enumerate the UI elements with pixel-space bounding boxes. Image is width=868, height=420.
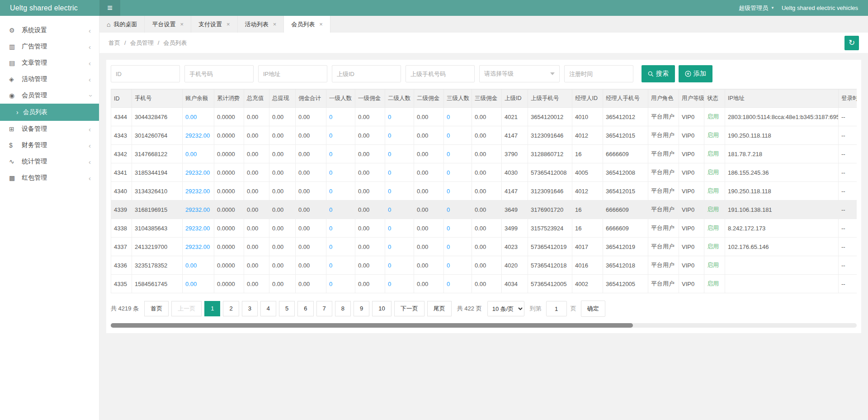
sidebar-item-article[interactable]: ▤文章管理‹ [0, 55, 99, 71]
close-icon[interactable]: × [180, 21, 184, 27]
tab-item[interactable]: 会员列表× [284, 16, 330, 33]
page-button[interactable]: 8 [335, 301, 351, 316]
sidebar-item-activity[interactable]: ◈活动管理‹ [0, 71, 99, 87]
page-button[interactable]: 10 [372, 301, 391, 316]
cell-link[interactable]: 0 [329, 114, 332, 120]
cell-link[interactable]: 0 [329, 132, 332, 139]
cell-link[interactable]: 29232.00 [185, 188, 210, 195]
cell-link[interactable]: 0 [447, 206, 450, 213]
level-select[interactable]: 请选择等级 [479, 65, 560, 82]
cell-link[interactable]: 0.00 [185, 151, 197, 158]
status-badge[interactable]: 启用 [707, 150, 719, 157]
status-badge[interactable]: 启用 [707, 113, 719, 120]
page-button[interactable]: 6 [297, 301, 313, 316]
cell-link[interactable]: 0.00 [185, 114, 197, 120]
status-badge[interactable]: 启用 [707, 169, 719, 176]
page-button[interactable]: 5 [279, 301, 295, 316]
cell-link[interactable]: 0 [447, 225, 450, 232]
cell-link[interactable]: 0 [447, 151, 450, 158]
page-button[interactable]: 7 [316, 301, 332, 316]
cell-link[interactable]: 0 [447, 281, 450, 287]
cell-link[interactable]: 0 [388, 188, 391, 195]
tab-item[interactable]: 支付设置× [191, 16, 238, 33]
sidebar-item-ad[interactable]: ▥广告管理‹ [0, 38, 99, 55]
sidebar-item-gear[interactable]: ⚙系统设置‹ [0, 22, 99, 38]
sidebar-item-member[interactable]: ◉会员管理‹ [0, 87, 99, 104]
breadcrumb-item[interactable]: 会员管理 [130, 39, 154, 46]
page-button[interactable]: 2 [223, 301, 239, 316]
cell-link[interactable]: 29232.00 [185, 225, 210, 232]
last-page-button[interactable]: 尾页 [427, 301, 452, 316]
page-button[interactable]: 9 [354, 301, 369, 316]
filter-input[interactable] [111, 65, 180, 82]
page-button[interactable]: 1 [204, 301, 220, 316]
cell-link[interactable]: 0 [447, 132, 450, 139]
cell-link[interactable]: 0 [388, 243, 391, 250]
tab-item[interactable]: 平台设置× [145, 16, 191, 33]
page-button[interactable]: 4 [260, 301, 276, 316]
filter-input[interactable] [332, 65, 401, 82]
cell-link[interactable]: 0 [329, 225, 332, 232]
user-menu[interactable]: 超级管理员 ▼ [731, 0, 782, 16]
cell-link[interactable]: 0 [388, 281, 391, 287]
cell-link[interactable]: 0 [447, 114, 450, 120]
status-badge[interactable]: 启用 [707, 262, 719, 268]
next-page-button[interactable]: 下一页 [394, 301, 425, 316]
cell-link[interactable]: 0.00 [185, 281, 197, 287]
first-page-button[interactable]: 首页 [144, 301, 169, 316]
refresh-button[interactable]: ↻ [844, 36, 859, 50]
confirm-button[interactable]: 确定 [581, 301, 605, 317]
cell-link[interactable]: 0 [329, 151, 332, 158]
cell-link[interactable]: 0.00 [185, 262, 197, 269]
status-badge[interactable]: 启用 [707, 243, 719, 250]
add-button[interactable]: 添加 [679, 65, 712, 82]
close-icon[interactable]: × [226, 21, 230, 27]
cell-link[interactable]: 0 [388, 114, 391, 120]
page-button[interactable]: 3 [242, 301, 258, 316]
cell-link[interactable]: 0 [329, 206, 332, 213]
cell-link[interactable]: 0 [329, 262, 332, 269]
cell-link[interactable]: 0 [388, 151, 391, 158]
filter-input[interactable] [258, 65, 327, 82]
status-badge[interactable]: 启用 [707, 187, 719, 194]
page-size-select[interactable]: 10 条/页 [487, 301, 524, 316]
cell-link[interactable]: 0 [329, 243, 332, 250]
cell-link[interactable]: 0 [388, 225, 391, 232]
status-badge[interactable]: 启用 [707, 224, 719, 231]
cell-link[interactable]: 0 [329, 169, 332, 176]
cell-link[interactable]: 29232.00 [185, 132, 210, 139]
horizontal-scrollbar[interactable] [111, 323, 857, 328]
sidebar-subitem[interactable]: ›会员列表 [0, 104, 99, 121]
cell-link[interactable]: 0 [388, 132, 391, 139]
tab-item[interactable]: ⌂我的桌面 [99, 16, 145, 33]
search-button[interactable]: 搜索 [642, 65, 675, 82]
cell-link[interactable]: 29232.00 [185, 243, 210, 250]
cell-link[interactable]: 0 [388, 169, 391, 176]
goto-page-input[interactable] [546, 301, 567, 316]
filter-input[interactable] [564, 65, 633, 82]
filter-input[interactable] [406, 65, 475, 82]
status-badge[interactable]: 启用 [707, 280, 719, 287]
cell-link[interactable]: 0 [388, 206, 391, 213]
cell-link[interactable]: 0 [447, 169, 450, 176]
cell-link[interactable]: 0 [447, 243, 450, 250]
sidebar-item-stats[interactable]: ∿统计管理‹ [0, 153, 99, 170]
cell-link[interactable]: 0 [447, 188, 450, 195]
status-badge[interactable]: 启用 [707, 132, 719, 138]
cell-link[interactable]: 0 [329, 281, 332, 287]
breadcrumb-item[interactable]: 首页 [108, 39, 120, 46]
close-icon[interactable]: × [319, 21, 323, 27]
sidebar-item-device[interactable]: ⊞设备管理‹ [0, 121, 99, 137]
close-icon[interactable]: × [273, 21, 277, 27]
sidebar-item-redpacket[interactable]: ▩红包管理‹ [0, 170, 99, 186]
scrollbar-thumb[interactable] [111, 323, 633, 328]
prev-page-button[interactable]: 上一页 [171, 301, 202, 316]
cell-link[interactable]: 0 [388, 262, 391, 269]
status-badge[interactable]: 启用 [707, 206, 719, 213]
tab-item[interactable]: 活动列表× [238, 16, 284, 33]
cell-link[interactable]: 0 [447, 262, 450, 269]
cell-link[interactable]: 29232.00 [185, 169, 210, 176]
cell-link[interactable]: 0 [329, 188, 332, 195]
filter-input[interactable] [184, 65, 254, 82]
sidebar-toggle-button[interactable]: ≡ [99, 0, 120, 16]
